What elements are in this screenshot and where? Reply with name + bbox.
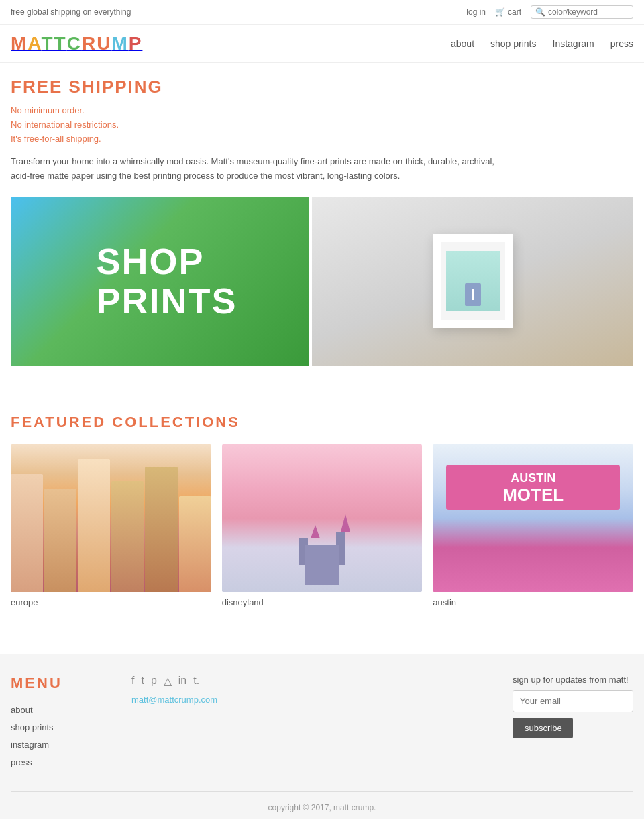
castle <box>299 525 345 585</box>
banner-line2: PRINTS <box>96 281 237 321</box>
main-nav: about shop prints Instagram press <box>451 38 633 49</box>
footer-middle: f t p △ in t. matt@mattcrump.com <box>131 675 486 771</box>
bullet3: It's free-for-all shipping. <box>11 132 633 146</box>
bullet1: No minimum order. <box>11 104 633 118</box>
logo-p: P <box>129 33 143 54</box>
nav-shop-prints[interactable]: shop prints <box>490 38 536 49</box>
collection-austin-img: AUSTIN MOTEL <box>433 444 633 592</box>
collections-row: europe disneyland AUSTIN MOTEL <box>11 444 633 607</box>
collection-europe[interactable]: europe <box>11 444 211 607</box>
nav-press[interactable]: press <box>610 38 633 49</box>
motel-sign-motel: MOTEL <box>453 486 613 503</box>
signup-label: sign up for updates from matt! <box>513 675 633 685</box>
instagram-icon[interactable]: △ <box>164 675 172 687</box>
logo-m2: M <box>111 33 128 54</box>
austin-label: austin <box>433 597 633 607</box>
twitter-icon[interactable]: t <box>141 675 144 687</box>
shipping-text: free global shipping on everything <box>11 7 131 17</box>
footer: MENU about shop prints instagram press f… <box>0 654 644 819</box>
footer-shop-prints[interactable]: shop prints <box>11 719 105 736</box>
disneyland-label: disneyland <box>222 597 423 607</box>
banner-row: SHOP PRINTS <box>11 197 633 366</box>
bullet2: No international restrictions. <box>11 118 633 132</box>
footer-about[interactable]: about <box>11 701 105 719</box>
framed-print-banner <box>312 197 633 366</box>
motel-sign: AUSTIN MOTEL <box>446 465 620 510</box>
nav-about[interactable]: about <box>451 38 474 49</box>
banner-text: SHOP PRINTS <box>83 242 237 322</box>
footer-top: MENU about shop prints instagram press f… <box>11 675 633 771</box>
footer-signup: sign up for updates from matt! subscribe <box>513 675 633 771</box>
login-link[interactable]: log in <box>466 7 486 17</box>
search-box[interactable]: 🔍 <box>531 5 633 19</box>
footer-email: matt@mattcrump.com <box>131 694 486 705</box>
free-shipping-heading: FREE SHIPPING <box>11 77 633 97</box>
collection-europe-img <box>11 444 211 592</box>
footer-menu-heading: MENU <box>11 675 105 692</box>
collection-disneyland-img <box>222 444 423 592</box>
tumblr-icon[interactable]: t. <box>193 675 199 687</box>
europe-label: europe <box>11 597 211 607</box>
section-divider <box>11 393 633 393</box>
footer-menu: MENU about shop prints instagram press <box>11 675 105 771</box>
footer-copyright: copyright © 2017, matt crump. <box>11 791 633 812</box>
footer-instagram[interactable]: instagram <box>11 736 105 754</box>
pinterest-icon[interactable]: p <box>151 675 157 687</box>
subscribe-button[interactable]: subscribe <box>513 718 573 738</box>
top-bar-right: log in 🛒 cart 🔍 <box>466 5 633 19</box>
logo-c: C <box>67 33 82 54</box>
main-content: FREE SHIPPING No minimum order. No inter… <box>0 63 644 654</box>
search-input[interactable] <box>548 7 629 17</box>
frame-sign <box>465 283 481 306</box>
email-link[interactable]: matt@mattcrump.com <box>131 695 217 705</box>
top-bar: free global shipping on everything log i… <box>0 0 644 25</box>
footer-press[interactable]: press <box>11 754 105 771</box>
logo-a: A <box>28 33 41 54</box>
logo[interactable]: MATTCRUMP <box>11 33 142 54</box>
search-icon: 🔍 <box>535 7 545 17</box>
collection-disneyland[interactable]: disneyland <box>222 444 423 607</box>
cart-icon: 🛒 <box>495 7 505 17</box>
logo-m1: M <box>11 33 28 54</box>
europe-buildings <box>11 444 211 592</box>
facebook-icon[interactable]: f <box>131 675 134 687</box>
collection-austin[interactable]: AUSTIN MOTEL austin <box>433 444 633 607</box>
cart-label: cart <box>508 7 521 17</box>
nav-instagram[interactable]: Instagram <box>553 38 594 49</box>
email-signup-input[interactable] <box>513 690 633 712</box>
frame <box>433 234 513 328</box>
shop-prints-banner[interactable]: SHOP PRINTS <box>11 197 309 366</box>
logo-ru: RU <box>82 33 111 54</box>
shipping-desc: Transform your home into a whimsically m… <box>11 155 500 183</box>
cart-wrap[interactable]: 🛒 cart <box>495 7 521 17</box>
shipping-bullets: No minimum order. No international restr… <box>11 104 633 146</box>
logo-tt: TT <box>41 33 66 54</box>
header: MATTCRUMP about shop prints Instagram pr… <box>0 25 644 63</box>
linkedin-icon[interactable]: in <box>178 675 186 687</box>
frame-inner <box>446 251 500 311</box>
social-icons: f t p △ in t. <box>131 675 486 687</box>
featured-heading: FEATURED COLLECTIONS <box>11 414 633 431</box>
motel-sign-austin: AUSTIN <box>453 471 613 486</box>
banner-line1: SHOP <box>96 242 237 281</box>
